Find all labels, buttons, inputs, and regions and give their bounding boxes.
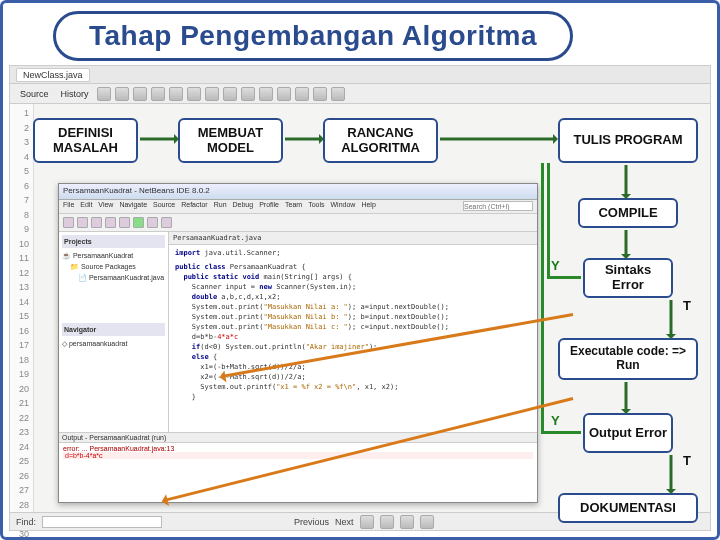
- feedback-line: [541, 431, 581, 434]
- code-line: System.out.print("Masukkan Nilai b: "); …: [175, 312, 531, 322]
- toolbar-icon[interactable]: [277, 87, 291, 101]
- nb-toolbar-icon[interactable]: [77, 217, 88, 228]
- slide-title: Tahap Pengembangan Algoritma: [89, 20, 537, 52]
- find-next[interactable]: Next: [335, 517, 354, 527]
- toolbar-icon[interactable]: [259, 87, 273, 101]
- editor-file-tab[interactable]: NewClass.java: [16, 68, 90, 82]
- nb-toolbar-icon[interactable]: [119, 217, 130, 228]
- toolbar-icon[interactable]: [97, 87, 111, 101]
- flow-box-rancang: RANCANG ALGORITMA: [323, 118, 438, 163]
- feedback-line: [547, 163, 550, 279]
- source-tab[interactable]: Source: [16, 89, 53, 99]
- flow-box-sintaks: Sintaks Error: [583, 258, 673, 298]
- flow-box-definisi: DEFINISI MASALAH: [33, 118, 138, 163]
- output-code-line: d=b*b-4*a*c: [63, 452, 533, 459]
- nb-menu-item[interactable]: Tools: [308, 201, 324, 212]
- toolbar-icon[interactable]: [331, 87, 345, 101]
- nb-menu-item[interactable]: Profile: [259, 201, 279, 212]
- branch-label-t: T: [683, 453, 691, 468]
- nb-toolbar-icon[interactable]: [63, 217, 74, 228]
- nb-search-input[interactable]: [463, 201, 533, 211]
- nb-toolbar-icon[interactable]: [91, 217, 102, 228]
- nb-menu-item[interactable]: Help: [361, 201, 375, 212]
- code-line: x1=(-b+Math.sqrt(d))/2/a;: [175, 362, 531, 372]
- find-label: Find:: [16, 517, 36, 527]
- flow-box-doc: DOKUMENTASI: [558, 493, 698, 523]
- flow-box-exec: Executable code: => Run: [558, 338, 698, 380]
- class-node[interactable]: 📄 PersamaanKuadrat.java: [62, 272, 165, 283]
- code-line: System.out.print("Masukkan Nilai a: "); …: [175, 302, 531, 312]
- toolbar-icon[interactable]: [169, 87, 183, 101]
- feedback-line: [547, 276, 581, 279]
- nb-menu-item[interactable]: Run: [214, 201, 227, 212]
- ide-tabbar: NewClass.java: [10, 66, 710, 84]
- nb-menu-item[interactable]: Navigate: [119, 201, 147, 212]
- branch-label-y: Y: [551, 258, 560, 273]
- line-number-gutter: 1234567891011121314151617181920212223242…: [10, 104, 34, 512]
- nb-toolbar: [59, 214, 537, 232]
- code-line: }: [175, 392, 531, 402]
- toolbar-icon[interactable]: [187, 87, 201, 101]
- code-line: Scanner input = new Scanner(System.in);: [175, 282, 531, 292]
- package-node[interactable]: 📁 Source Packages: [62, 261, 165, 272]
- history-tab[interactable]: History: [57, 89, 93, 99]
- find-option-icon[interactable]: [400, 515, 414, 529]
- project-node[interactable]: ☕ PersamaanKuadrat: [62, 250, 165, 261]
- branch-label-y: Y: [551, 413, 560, 428]
- toolbar-icon[interactable]: [151, 87, 165, 101]
- output-header: Output - PersamaanKuadrat (run): [59, 433, 537, 443]
- output-error-line: error: ... PersamaanKuadrat.java:13: [63, 445, 533, 452]
- nb-menubar: File Edit View Navigate Source Refactor …: [59, 200, 537, 214]
- find-option-icon[interactable]: [420, 515, 434, 529]
- find-prev[interactable]: Previous: [294, 517, 329, 527]
- flow-box-output: Output Error: [583, 413, 673, 453]
- nb-toolbar-icon[interactable]: [147, 217, 158, 228]
- toolbar-icon[interactable]: [223, 87, 237, 101]
- projects-pane-header: Projects: [62, 235, 165, 248]
- code-line: d=b*b-4*a*c: [175, 332, 531, 342]
- nb-menu-item[interactable]: File: [63, 201, 74, 212]
- find-input[interactable]: [42, 516, 162, 528]
- nb-toolbar-icon[interactable]: [161, 217, 172, 228]
- ide-toolbar: Source History: [10, 84, 710, 104]
- feedback-line: [541, 163, 544, 433]
- flow-box-tulis: TULIS PROGRAM: [558, 118, 698, 163]
- nb-menu-item[interactable]: Edit: [80, 201, 92, 212]
- navigator-pane-header: Navigator: [62, 323, 165, 336]
- nb-toolbar-icon[interactable]: [133, 217, 144, 228]
- toolbar-icon[interactable]: [295, 87, 309, 101]
- nb-toolbar-icon[interactable]: [105, 217, 116, 228]
- toolbar-icon[interactable]: [205, 87, 219, 101]
- code-line: public static void main(String[] args) {: [175, 272, 531, 282]
- nb-menu-item[interactable]: Debug: [233, 201, 254, 212]
- navigator-node[interactable]: ◇ persamaankuadrat: [62, 338, 165, 349]
- toolbar-icon[interactable]: [241, 87, 255, 101]
- nb-menu-item[interactable]: Refactor: [181, 201, 207, 212]
- toolbar-icon[interactable]: [115, 87, 129, 101]
- nb-menu-item[interactable]: Window: [330, 201, 355, 212]
- flow-box-model: MEMBUAT MODEL: [178, 118, 283, 163]
- slide-title-frame: Tahap Pengembangan Algoritma: [53, 11, 573, 61]
- code-line: System.out.printf("x1 = %f x2 = %f\n", x…: [175, 382, 531, 392]
- nb-project-pane: Projects ☕ PersamaanKuadrat 📁 Source Pac…: [59, 232, 169, 432]
- nb-menu-item[interactable]: Team: [285, 201, 302, 212]
- nb-titlebar: PersamaanKuadrat - NetBeans IDE 8.0.2: [59, 184, 537, 200]
- branch-label-t: T: [683, 298, 691, 313]
- nb-menu-item[interactable]: Source: [153, 201, 175, 212]
- code-line: if(d<0) System.out.println("Akar imajine…: [175, 342, 531, 352]
- toolbar-icon[interactable]: [313, 87, 327, 101]
- find-option-icon[interactable]: [380, 515, 394, 529]
- code-line: public class PersamaanKuadrat {: [175, 262, 531, 272]
- nb-menu-item[interactable]: View: [98, 201, 113, 212]
- code-line: import import java.util.Scanner;java.uti…: [175, 248, 531, 258]
- find-option-icon[interactable]: [360, 515, 374, 529]
- code-line: double a,b,c,d,x1,x2;: [175, 292, 531, 302]
- toolbar-icon[interactable]: [133, 87, 147, 101]
- editor-tab[interactable]: PersamaanKuadrat.java: [169, 232, 537, 245]
- netbeans-window: PersamaanKuadrat - NetBeans IDE 8.0.2 Fi…: [58, 183, 538, 503]
